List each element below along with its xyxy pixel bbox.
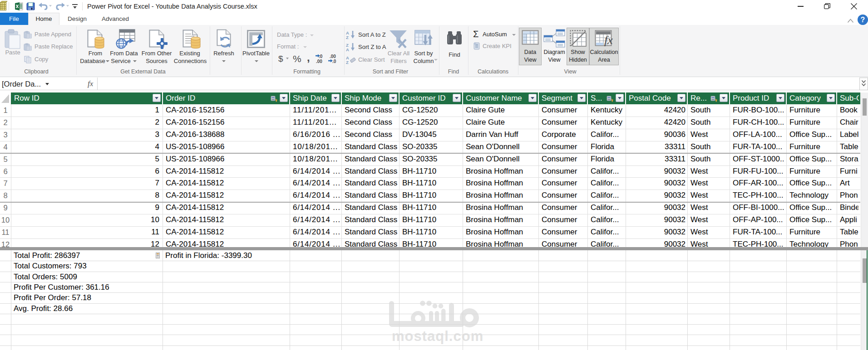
svg-text:Z: Z [346,60,349,64]
svg-text:A: A [346,47,349,52]
svg-text:mostaql.com: mostaql.com [392,328,483,344]
svg-text:fx: fx [604,34,613,47]
svg-text:Z: Z [346,35,349,39]
svg-text:.00: .00 [316,59,322,64]
svg-text:.00: .00 [330,54,336,59]
svg-text:.0: .0 [332,59,336,64]
svg-text:.0: .0 [319,54,323,59]
